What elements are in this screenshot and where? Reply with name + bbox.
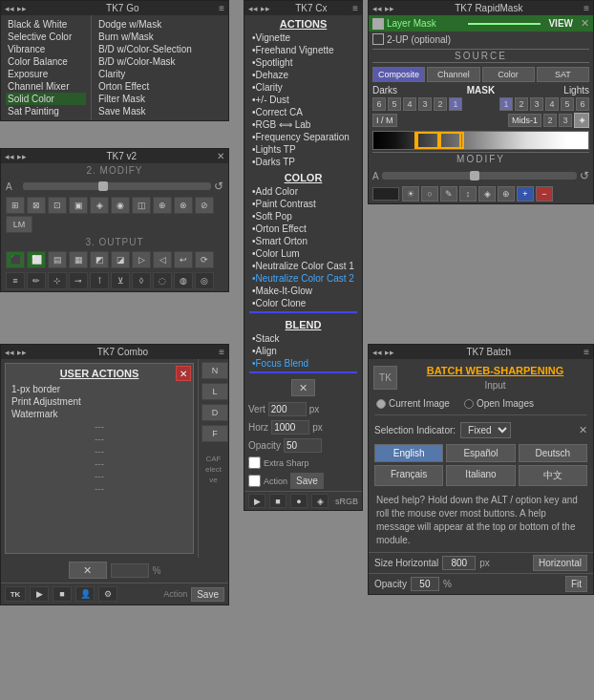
out-icon-6[interactable]: ◪ — [111, 251, 130, 268]
mod-icon-5[interactable]: ◈ — [90, 197, 109, 214]
cx-neutralize1[interactable]: •Neutralize Color Cast 1 — [244, 260, 362, 272]
combo-close-btn[interactable]: ✕ — [69, 562, 107, 579]
mask-num-1l[interactable]: 1 — [449, 97, 462, 111]
go-item-filtermask[interactable]: Filter Mask — [96, 93, 223, 105]
go-item-bdcolorsel[interactable]: B/D w/Color-Selection — [96, 43, 223, 55]
mod-icon-8[interactable]: ⊕ — [153, 197, 172, 214]
rapid-2up-checkbox[interactable] — [372, 33, 384, 45]
cx-save-btn[interactable]: Save — [290, 473, 324, 489]
cx-softpop[interactable]: •Soft Pop — [244, 210, 362, 223]
mod-icon-10[interactable]: ⊘ — [195, 197, 214, 214]
out2-icon-1[interactable]: ≡ — [6, 272, 25, 289]
cx-clarity[interactable]: •Clarity — [244, 81, 362, 94]
out2-icon-6[interactable]: ⊻ — [111, 272, 130, 289]
combo-save-btn[interactable]: Save — [191, 587, 224, 602]
combo-footer-user[interactable]: 👤 — [75, 586, 95, 602]
cx-extra-btn[interactable]: ◈ — [311, 494, 329, 508]
radio-current-image[interactable]: Current Image — [376, 398, 450, 409]
cx-correctca[interactable]: •Correct CA — [244, 106, 362, 118]
mask-num-2r[interactable]: 2 — [515, 97, 528, 111]
rapid-btn-composite[interactable]: Composite — [372, 67, 425, 82]
out-icon-5[interactable]: ◩ — [90, 251, 109, 268]
lang-btn-english[interactable]: English — [374, 444, 443, 462]
out2-icon-8[interactable]: ◌ — [153, 272, 172, 289]
rapid-icon-bucket[interactable]: ⊕ — [498, 186, 515, 202]
combo-item-border[interactable]: 1-px border — [10, 383, 189, 395]
combo-pct-input[interactable] — [111, 563, 149, 578]
rapid-icon-brush[interactable]: ✎ — [440, 186, 457, 202]
batch-menu-icon[interactable]: ≡ — [583, 347, 589, 357]
out2-icon-5[interactable]: ⊺ — [90, 272, 109, 289]
mod-icon-9[interactable]: ⊗ — [174, 197, 193, 214]
cx-neutralize2[interactable]: •Neutralize Color Cast 2 — [244, 272, 362, 285]
go-item-channelmixer[interactable]: Channel Mixer — [6, 80, 86, 93]
out-icon-4[interactable]: ▦ — [69, 251, 88, 268]
cx-align[interactable]: •Align — [244, 345, 362, 357]
rapid-menu-icon[interactable]: ≡ — [583, 3, 589, 13]
go-item-vibrance[interactable]: Vibrance — [6, 43, 86, 55]
out-icon-8[interactable]: ◁ — [153, 251, 172, 268]
cx-dehaze[interactable]: •Dehaze — [244, 69, 362, 81]
cx-record-btn[interactable]: ● — [290, 494, 308, 508]
mask-num-6l[interactable]: 6 — [372, 97, 386, 111]
out2-icon-7[interactable]: ◊ — [132, 272, 151, 289]
rapid-btn-sat[interactable]: SAT — [537, 67, 589, 82]
cx-orton[interactable]: •Orton Effect — [244, 223, 362, 235]
rapid-icon-circle[interactable]: ○ — [421, 186, 438, 202]
go-item-dodge[interactable]: Dodge w/Mask — [96, 18, 223, 31]
out2-icon-4[interactable]: ⊸ — [69, 272, 88, 289]
combo-item-watermark[interactable]: Watermark — [10, 408, 189, 420]
out-icon-7[interactable]: ▷ — [132, 251, 151, 268]
tk7go-menu-icon[interactable]: ≡ — [219, 3, 224, 13]
go-item-orton[interactable]: Orton Effect — [96, 80, 223, 93]
out-icon-1[interactable]: ⬛ — [6, 251, 25, 268]
tk7go-header[interactable]: ◂◂ ▸▸ TK7 Go ≡ — [1, 1, 228, 15]
out-icon-9[interactable]: ↩ — [174, 251, 193, 268]
cx-colorlum[interactable]: •Color Lum — [244, 247, 362, 260]
fit-btn[interactable]: Fit — [565, 576, 587, 592]
mask-num-3l[interactable]: 3 — [418, 97, 432, 111]
rapid-icon-sub[interactable]: − — [536, 186, 553, 202]
side-btn-3[interactable]: D — [202, 404, 228, 421]
mids-num2[interactable]: 3 — [559, 114, 572, 127]
rapid-icon-add[interactable]: + — [517, 186, 534, 202]
combo-header[interactable]: ◂◂ ▸▸ TK7 Combo ≡ — [1, 345, 228, 359]
side-btn-1[interactable]: N — [202, 362, 228, 379]
rapid-btn-color[interactable]: Color — [482, 67, 535, 82]
lang-btn-italiano[interactable]: Italiano — [446, 465, 515, 486]
mod-icon-4[interactable]: ▣ — [69, 197, 88, 214]
cx-smartorton[interactable]: •Smart Orton — [244, 235, 362, 247]
rapid-btn-channel[interactable]: Channel — [427, 67, 479, 82]
cx-play-btn[interactable]: ▶ — [248, 494, 265, 508]
mod-icon-7[interactable]: ◫ — [132, 197, 151, 214]
mod-icon-3[interactable]: ⊡ — [48, 197, 67, 214]
mask-num-5l[interactable]: 5 — [388, 97, 401, 111]
lang-btn-espanol[interactable]: Español — [446, 444, 515, 462]
cx-close-btn[interactable]: ✕ — [291, 379, 315, 396]
rapid-header[interactable]: ◂◂ ▸▸ TK7 RapidMask ≡ — [369, 1, 593, 15]
out-icon-3[interactable]: ▤ — [48, 251, 67, 268]
cx-stop-btn[interactable]: ■ — [269, 494, 286, 508]
combo-footer-setting[interactable]: ⚙ — [98, 586, 117, 602]
radio-open-images[interactable]: Open Images — [464, 398, 534, 409]
cx-dust[interactable]: •+/- Dust — [244, 94, 362, 106]
mask-num-4r[interactable]: 4 — [545, 97, 559, 111]
mod-icon-lm[interactable]: LM — [6, 216, 32, 233]
slider-reset-icon[interactable]: ↺ — [214, 180, 223, 193]
go-item-bw[interactable]: Black & White — [6, 18, 86, 31]
go-item-selective[interactable]: Selective Color — [6, 31, 86, 43]
combo-footer-stop[interactable]: ■ — [53, 586, 72, 602]
cx-darkstp[interactable]: •Darks TP — [244, 156, 362, 168]
cx-menu-icon[interactable]: ≡ — [352, 3, 358, 13]
slider-a-track[interactable] — [23, 182, 211, 190]
out-icon-10[interactable]: ⟳ — [195, 251, 214, 268]
rapid-icon-arrow[interactable]: ↕ — [459, 186, 477, 202]
cx-colorclone[interactable]: •Color Clone — [244, 297, 362, 309]
cx-vert-input[interactable] — [268, 402, 307, 416]
horizontal-btn[interactable]: Horizontal — [533, 555, 587, 571]
rapid-layermask-checkbox[interactable] — [372, 18, 384, 30]
cx-spotlight[interactable]: •Spotlight — [244, 56, 362, 69]
go-item-burn[interactable]: Burn w/Mask — [96, 31, 223, 43]
cx-paintcontrast[interactable]: •Paint Contrast — [244, 198, 362, 210]
side-btn-4[interactable]: F — [202, 425, 228, 442]
